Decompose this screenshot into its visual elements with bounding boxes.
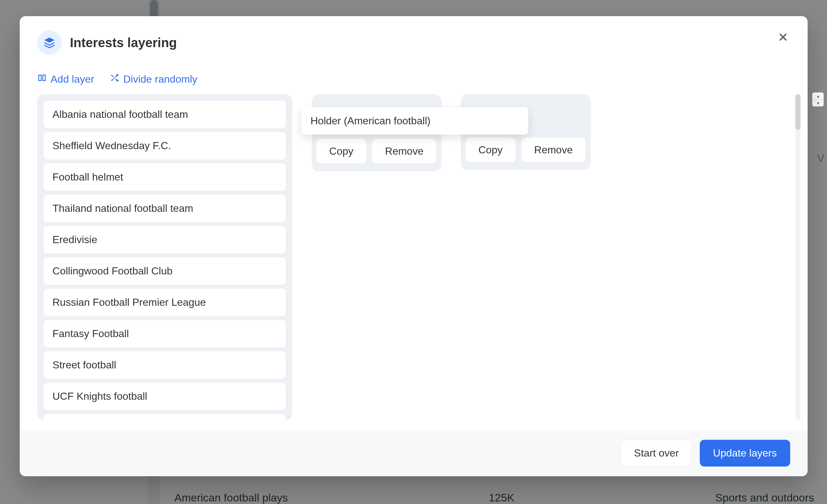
divide-randomly-label: Divide randomly xyxy=(124,73,197,85)
layer-column-1[interactable]: Albania national football team Sheffield… xyxy=(37,94,292,420)
shuffle-icon xyxy=(110,73,119,85)
close-button[interactable] xyxy=(776,30,790,45)
interest-chip[interactable]: Fantasy Football xyxy=(44,320,286,347)
copy-button[interactable]: Copy xyxy=(317,139,367,164)
interest-chip[interactable]: Football helmet xyxy=(44,163,286,191)
scrollbar-track xyxy=(795,94,800,420)
interest-chip[interactable]: Collingwood Football Club xyxy=(44,257,286,285)
remove-button[interactable]: Remove xyxy=(521,138,585,162)
update-layers-button[interactable]: Update layers xyxy=(700,440,790,466)
modal-body-scrollbar[interactable] xyxy=(795,94,800,420)
interest-chip[interactable]: UCF Knights football xyxy=(44,383,286,410)
interest-chip[interactable]: Eredivisie xyxy=(44,226,286,253)
copy-button[interactable]: Copy xyxy=(466,138,516,162)
layer-1-list: Albania national football team Sheffield… xyxy=(44,101,286,420)
add-layer-button[interactable]: Add layer xyxy=(37,73,94,85)
interest-chip[interactable]: Albania national football team xyxy=(44,101,286,128)
start-over-button[interactable]: Start over xyxy=(621,440,692,466)
remove-button[interactable]: Remove xyxy=(372,139,436,164)
interest-chip[interactable]: FIFA Women's World Cup xyxy=(44,414,286,420)
scrollbar-thumb[interactable] xyxy=(795,94,800,130)
modal-footer: Start over Update layers xyxy=(20,430,808,476)
add-column-icon xyxy=(37,73,47,85)
interest-chip[interactable]: Thailand national football team xyxy=(44,195,286,222)
modal-overlay: Interests layering Add layer Divide rand… xyxy=(0,0,827,504)
interests-layering-modal: Interests layering Add layer Divide rand… xyxy=(20,16,808,476)
modal-body: Albania national football team Sheffield… xyxy=(20,94,808,430)
close-icon xyxy=(778,32,788,43)
interest-chip[interactable]: Russian Football Premier League xyxy=(44,289,286,316)
modal-title: Interests layering xyxy=(70,36,177,50)
modal-top-actions: Add layer Divide randomly xyxy=(20,61,808,94)
layer-2-actions: Copy Remove xyxy=(318,139,435,164)
interest-chip[interactable]: Street football xyxy=(44,351,286,379)
layer-3-actions: Copy Remove xyxy=(467,138,584,162)
modal-header: Interests layering xyxy=(20,16,808,61)
interest-chip[interactable]: Sheffield Wednesday F.C. xyxy=(44,132,286,159)
divide-randomly-button[interactable]: Divide randomly xyxy=(110,73,197,85)
dragging-interest-chip[interactable]: Holder (American football) xyxy=(302,107,528,135)
layers-icon xyxy=(37,30,62,55)
add-layer-label: Add layer xyxy=(51,73,94,85)
